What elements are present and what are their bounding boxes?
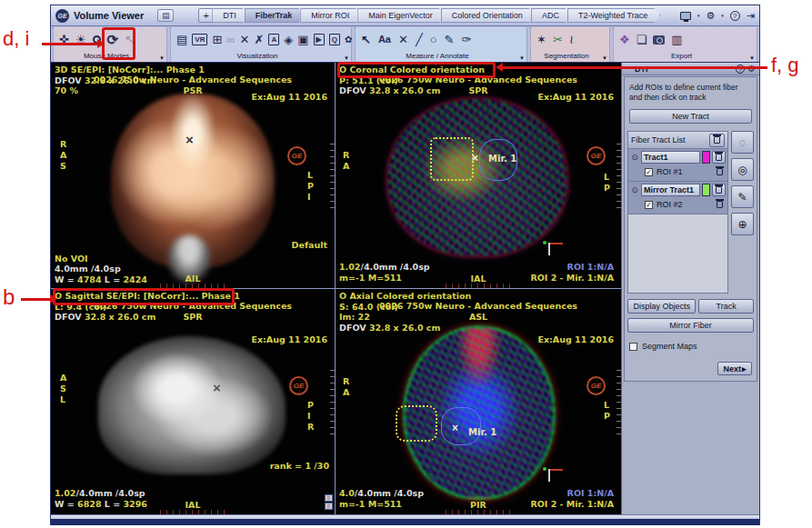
fullscreen-icon[interactable]: ⊞ bbox=[212, 34, 222, 45]
page-down-button[interactable]: ≡ bbox=[325, 503, 333, 510]
viewport-axial[interactable]: × Mir. 1 O Axial Colored orientation S: … bbox=[336, 289, 621, 514]
delete-all-tracts-button[interactable] bbox=[709, 134, 725, 147]
preferences-gear-icon[interactable]: ⚙ bbox=[706, 11, 715, 21]
tab-dti[interactable]: DTI bbox=[212, 8, 249, 23]
line-measure-icon[interactable]: ╱ bbox=[416, 34, 423, 45]
roi-ellipse-tool[interactable]: ◌ bbox=[731, 131, 754, 154]
tab-mirror-roi[interactable]: Mirror ROI bbox=[300, 8, 362, 23]
review-layout-icon[interactable]: ▤ bbox=[176, 34, 187, 45]
clip-cube-icon[interactable]: ▣ bbox=[297, 34, 308, 45]
roi-checkbox[interactable]: ✓ bbox=[645, 168, 653, 176]
volume-viewer-window: GE Volume Viewer ▤ + DTI FiberTrak Mirro… bbox=[50, 5, 760, 525]
magic-wand-icon[interactable]: ✶ bbox=[536, 34, 546, 45]
quick-review-icon[interactable]: Q bbox=[329, 34, 340, 45]
preferences-dropdown-icon[interactable]: ▾ bbox=[721, 13, 724, 18]
movie-export-icon[interactable]: ▶ bbox=[314, 34, 325, 45]
tract-color-swatch[interactable] bbox=[702, 184, 710, 196]
segmentation-dropdown-icon[interactable]: ▼ bbox=[602, 55, 607, 61]
segment-maps-checkbox[interactable] bbox=[629, 343, 637, 351]
orientation-cube-icon[interactable]: ◈ bbox=[284, 34, 293, 45]
eye-icon[interactable]: ⊙ bbox=[630, 153, 639, 162]
tab-adc[interactable]: ADC bbox=[531, 8, 572, 23]
series-description: 0026 750w Neuro - Advanced Sequences bbox=[379, 301, 577, 311]
resolution-info: 4.0/4.0mm /4.0sp bbox=[339, 488, 424, 499]
roi-1-outline[interactable] bbox=[396, 405, 437, 442]
page-up-button[interactable]: ≡ bbox=[325, 494, 333, 502]
display-objects-button[interactable]: Display Objects bbox=[627, 299, 696, 314]
visualization-icons: ▤ VR ⊞ ∞ ✕ ✗ A ◈ ▣ ▶ Q ✿ bbox=[171, 27, 351, 52]
sagittal-scan-image bbox=[98, 336, 286, 474]
scissors-icon[interactable]: ✂ bbox=[553, 34, 563, 45]
orientation-marker-left: RA bbox=[343, 150, 349, 172]
roi-freehand-tool[interactable]: ✎ bbox=[731, 185, 754, 208]
next-button[interactable]: Next▸ bbox=[717, 362, 752, 375]
orientation-marker-left: ASL bbox=[60, 373, 66, 405]
tract-row[interactable]: ⊙ Mirror Tract1 bbox=[630, 184, 726, 196]
annotation-box-sagittal-title bbox=[53, 288, 235, 305]
mouse-modes-dropdown-icon[interactable]: ▼ bbox=[159, 55, 165, 61]
tab-main-eigenvector[interactable]: Main EigenVector bbox=[357, 8, 446, 23]
coronal-colored-orientation-map bbox=[388, 99, 566, 255]
closed-freehand-roi-icon[interactable]: ✑ bbox=[461, 34, 471, 45]
delete-tract-button[interactable] bbox=[712, 184, 726, 196]
roi-add-tool[interactable]: ⊕ bbox=[731, 213, 754, 235]
exit-icon[interactable]: ⇥ bbox=[747, 11, 755, 21]
patient-list-icon[interactable]: ▤ bbox=[157, 9, 174, 22]
roi-1-outline[interactable] bbox=[430, 137, 474, 181]
roi-label: ROI #1 bbox=[657, 167, 713, 176]
viewport-sagittal[interactable]: × O Sagittal SE/EPI: [NoCorr]:... Phase … bbox=[51, 289, 335, 514]
eye-icon[interactable]: ⊙ bbox=[630, 185, 639, 194]
contour-nudge-icon[interactable]: ≀ bbox=[569, 34, 574, 45]
segmentation-label: Segmentation ▼ bbox=[531, 52, 609, 62]
add-tab-button[interactable]: + bbox=[198, 8, 214, 23]
dfov-value: 32.8 x 26.0 cm bbox=[369, 323, 440, 333]
mirror-fiber-button[interactable]: Mirror Fiber bbox=[627, 318, 754, 333]
copy-images-icon[interactable]: ❏ bbox=[637, 34, 647, 45]
oblique-plane-icon[interactable]: ✕ bbox=[240, 34, 250, 45]
visualization-dropdown-icon[interactable]: ▼ bbox=[344, 55, 349, 61]
tab-colored-orientation[interactable]: Colored Orientation bbox=[441, 8, 536, 23]
tab-t2-weighted-trace[interactable]: T2-Weighted Trace bbox=[567, 8, 660, 23]
tract-row[interactable]: ⊙ Tract1 bbox=[630, 151, 726, 164]
help-icon[interactable]: ? bbox=[730, 11, 740, 21]
viewport-coronal[interactable]: × Mir. 1 O Coronal Colored orientation P… bbox=[336, 63, 621, 288]
arrowhead bbox=[496, 63, 503, 72]
annotation-arrow-icon[interactable]: ↖ bbox=[361, 34, 371, 45]
mirror-roi-outline[interactable] bbox=[441, 407, 481, 445]
rotate-plane-icon[interactable]: ✗ bbox=[255, 34, 265, 45]
roi-cursor-x: × bbox=[472, 152, 478, 164]
fiber-tract-list-label: Fiber Tract List bbox=[631, 135, 707, 144]
next-arrow-icon: ▸ bbox=[742, 364, 747, 374]
delete-tract-button[interactable] bbox=[712, 151, 726, 164]
tab-fibertrak[interactable]: FiberTrak bbox=[245, 8, 306, 23]
cross-measure-icon[interactable]: ✕ bbox=[398, 34, 408, 45]
text-annotation-icon[interactable]: Aa bbox=[378, 35, 391, 45]
tract-color-swatch[interactable] bbox=[702, 151, 710, 164]
roi-checkbox[interactable]: ✓ bbox=[645, 201, 653, 209]
tract-name[interactable]: Mirror Tract1 bbox=[641, 184, 700, 196]
annotation-cube-icon[interactable]: A bbox=[268, 34, 279, 45]
annotation-box-rotate-icon bbox=[102, 27, 135, 60]
new-tract-button[interactable]: New Tract bbox=[629, 109, 752, 124]
mirror-roi-label: Mir. 1 bbox=[488, 154, 516, 164]
delete-roi-icon[interactable] bbox=[717, 201, 723, 208]
export-dropdown-icon[interactable]: ▼ bbox=[749, 55, 755, 61]
display-settings-dropdown-icon[interactable]: ▾ bbox=[697, 13, 700, 18]
link-views-icon[interactable]: ∞ bbox=[226, 34, 235, 45]
roi1-status: ROI 1:N/A bbox=[567, 488, 614, 499]
tract-name[interactable]: Tract1 bbox=[641, 151, 700, 164]
ellipse-roi-icon[interactable]: ○ bbox=[430, 34, 437, 45]
delete-roi-icon[interactable] bbox=[717, 168, 723, 175]
palette-icon[interactable]: ✿ bbox=[345, 35, 352, 45]
track-button[interactable]: Track bbox=[698, 299, 754, 314]
roi-circle-tool[interactable]: ◎ bbox=[731, 158, 754, 181]
viewport-3d[interactable]: × 3D SE/EPI: [NoCorr]:... Phase 1 DFOV 3… bbox=[51, 63, 335, 288]
display-settings-icon[interactable] bbox=[680, 12, 691, 20]
freehand-roi-icon[interactable]: ✎ bbox=[445, 34, 455, 45]
save-state-icon[interactable]: ❖ bbox=[619, 34, 630, 45]
vr-render-icon[interactable]: VR bbox=[192, 34, 207, 45]
camera-capture-icon[interactable] bbox=[653, 35, 665, 45]
ruler-ticks-right bbox=[617, 369, 621, 434]
measure-annotate-dropdown-icon[interactable]: ▼ bbox=[519, 55, 525, 61]
save-image-icon[interactable]: ▥ bbox=[671, 34, 682, 45]
